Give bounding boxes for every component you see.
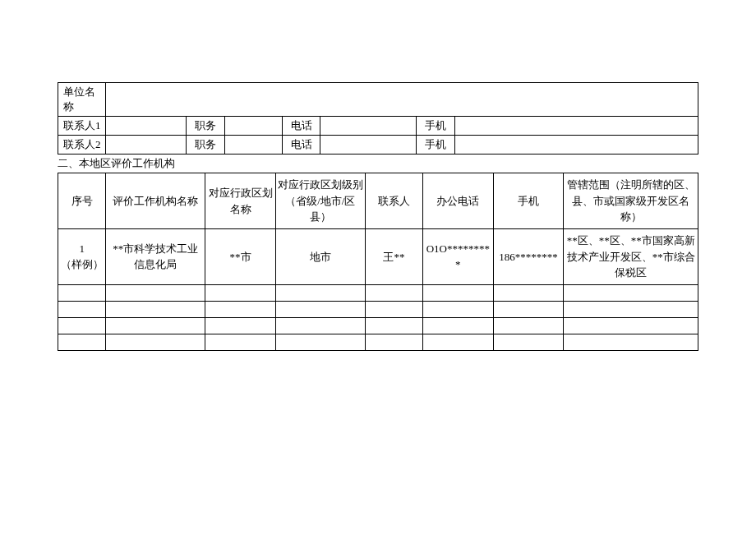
contact2-mobile-value xyxy=(454,136,698,155)
contact1-phone-value xyxy=(320,117,417,136)
sample-region-name: **市 xyxy=(205,229,276,285)
contact2-phone-label: 电话 xyxy=(282,136,320,155)
contact1-mobile-value xyxy=(454,117,698,136)
col-org-name: 评价工作机构名称 xyxy=(106,173,205,229)
contact1-position-value xyxy=(224,117,282,136)
sample-scope: **区、**区、**市国家高新技术产业开发区、**市综合保税区 xyxy=(564,229,698,285)
main-table: 序号 评价工作机构名称 对应行政区划名称 对应行政区划级别（省级/地市/区县） … xyxy=(58,173,698,351)
table-row xyxy=(58,317,698,334)
col-mobile: 手机 xyxy=(493,173,564,229)
contact2-label: 联系人2 xyxy=(58,136,106,155)
sample-org-name: **市科学技术工业信息化局 xyxy=(106,229,205,285)
table-row xyxy=(58,301,698,317)
contact1-phone-label: 电话 xyxy=(282,117,320,136)
sample-region-level: 地市 xyxy=(275,229,365,285)
contact2-position-label: 职务 xyxy=(186,136,224,155)
section-title-row: 二、本地区评价工作机构 xyxy=(58,155,698,173)
contact1-label: 联系人1 xyxy=(58,117,106,136)
contact2-mobile-label: 手机 xyxy=(417,136,455,155)
col-office-phone: 办公电话 xyxy=(423,173,494,229)
col-region-level: 对应行政区划级别（省级/地市/区县） xyxy=(275,173,365,229)
sample-contact: 王** xyxy=(365,229,422,285)
col-region-name: 对应行政区划名称 xyxy=(205,173,276,229)
section-title: 二、本地区评价工作机构 xyxy=(58,155,698,173)
contact1-position-label: 职务 xyxy=(186,117,224,136)
header-table: 单位名称 联系人1 职务 电话 手机 联系人2 职务 电话 手机 xyxy=(58,82,698,155)
contact1-name-value xyxy=(106,117,186,136)
contact2-name-value xyxy=(106,136,186,155)
sample-seq: 1 （样例） xyxy=(58,229,106,285)
contact2-position-value xyxy=(224,136,282,155)
unit-name-value xyxy=(106,83,698,117)
col-contact: 联系人 xyxy=(365,173,422,229)
table-row xyxy=(58,284,698,301)
sample-mobile: 186******** xyxy=(493,229,564,285)
table-row xyxy=(58,334,698,350)
contact1-mobile-label: 手机 xyxy=(417,117,455,136)
col-seq: 序号 xyxy=(58,173,106,229)
sample-office-phone: O1O********* xyxy=(423,229,494,285)
unit-name-label: 单位名称 xyxy=(58,83,106,117)
contact2-phone-value xyxy=(320,136,417,155)
col-scope: 管辖范围（注明所辖的区、县、市或国家级开发区名称） xyxy=(564,173,698,229)
